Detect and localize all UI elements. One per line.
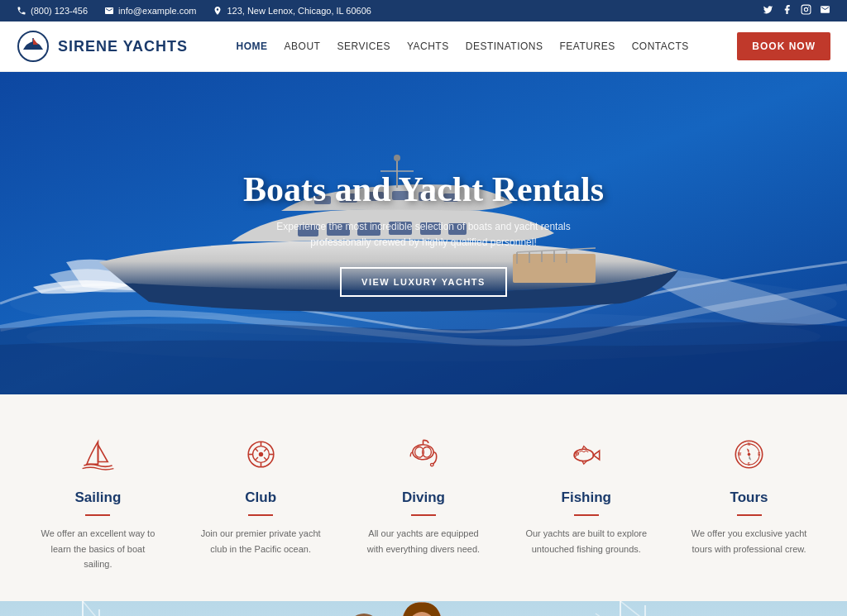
top-bar: (800) 123-456 info@example.com 123, New …: [0, 0, 847, 21]
svg-point-55: [748, 453, 751, 456]
tours-icon-container: N S E W: [726, 432, 772, 477]
top-bar-left: (800) 123-456 info@example.com 123, New …: [17, 6, 371, 16]
diving-divider: [411, 514, 436, 516]
fishing-divider: [574, 514, 599, 516]
main-nav: HOME ABOUT SERVICES YACHTS DESTINATIONS …: [237, 41, 689, 52]
svg-point-1: [804, 7, 807, 11]
tours-desc: We offer you exclusive yacht tours with …: [687, 526, 811, 556]
email-icon: [104, 6, 114, 16]
hero-section: Boats and Yacht Rentals Experience the m…: [0, 72, 847, 394]
twitter-link[interactable]: [763, 4, 773, 17]
svg-text:S: S: [748, 462, 750, 466]
svg-line-38: [264, 448, 267, 451]
sailing-divider: [85, 514, 110, 516]
tours-title: Tours: [680, 489, 818, 506]
bottom-background: [0, 601, 847, 616]
svg-point-45: [431, 463, 434, 466]
nav-features[interactable]: FEATURES: [560, 41, 615, 52]
service-diving: Diving All our yachts are equipped with …: [342, 432, 505, 556]
diving-desc: All our yachts are equipped with everyth…: [361, 526, 486, 556]
nav-contacts[interactable]: CONTACTS: [632, 41, 689, 52]
hero-content: Boats and Yacht Rentals Experience the m…: [227, 153, 620, 313]
club-title: Club: [192, 489, 330, 506]
facebook-icon: [782, 4, 792, 15]
address-item: 123, New Lenox, Chicago, IL 60606: [213, 6, 371, 16]
mail-icon: [820, 4, 830, 15]
nav-about[interactable]: ABOUT: [285, 41, 321, 52]
hero-title: Boats and Yacht Rentals: [243, 170, 604, 209]
svg-text:N: N: [748, 442, 750, 446]
fishing-icon-container: [563, 432, 609, 477]
svg-line-40: [264, 457, 267, 461]
nav-services[interactable]: SERVICES: [337, 41, 390, 52]
club-divider: [248, 514, 273, 516]
service-tours: N S E W Tours We offer you exclusive yac…: [668, 432, 830, 556]
social-links: [763, 4, 830, 17]
diving-title: Diving: [355, 489, 493, 506]
svg-text:W: W: [738, 452, 742, 456]
email-item: info@example.com: [104, 6, 196, 16]
sailing-desc: We offer an excellent way to learn the b…: [36, 526, 160, 572]
address-text: 123, New Lenox, Chicago, IL 60606: [227, 6, 371, 16]
bottom-section: [0, 601, 847, 616]
tours-icon: N S E W: [730, 436, 768, 473]
instagram-link[interactable]: [801, 4, 811, 17]
service-sailing: Sailing We offer an excellent way to lea…: [17, 432, 179, 572]
email-text: info@example.com: [118, 6, 196, 16]
svg-point-41: [413, 445, 433, 460]
club-desc: Join our premier private yacht club in t…: [199, 526, 323, 556]
fishing-title: Fishing: [517, 489, 655, 506]
svg-point-2: [808, 7, 809, 7]
phone-item: (800) 123-456: [17, 6, 88, 16]
nav-home[interactable]: HOME: [237, 41, 268, 52]
club-icon-container: [238, 432, 284, 477]
service-fishing: Fishing Our yachts are built to explore …: [505, 432, 668, 556]
diving-icon-container: [400, 432, 446, 477]
service-club: Club Join our premier private yacht club…: [179, 432, 342, 556]
club-icon: [242, 436, 280, 473]
hero-subtitle: Experience the most incredible selection…: [266, 219, 581, 251]
hero-cta-button[interactable]: VIEW LUXURY YACHTS: [340, 267, 507, 297]
svg-text:E: E: [758, 452, 760, 456]
svg-line-37: [255, 448, 258, 451]
tours-divider: [737, 514, 762, 516]
sailing-icon-container: [75, 432, 121, 477]
location-icon: [213, 6, 223, 16]
facebook-link[interactable]: [782, 4, 792, 17]
logo: SIRENE YACHTS: [17, 30, 188, 63]
sailing-icon: [79, 436, 117, 473]
logo-icon: [17, 30, 50, 63]
nav-destinations[interactable]: DESTINATIONS: [466, 41, 543, 52]
book-now-button[interactable]: BOOK NOW: [737, 32, 830, 60]
mail-link[interactable]: [820, 4, 830, 17]
svg-rect-0: [802, 5, 811, 14]
services-section: Sailing We offer an excellent way to lea…: [0, 394, 847, 601]
header: SIRENE YACHTS HOME ABOUT SERVICES YACHTS…: [0, 21, 847, 72]
phone-icon: [17, 6, 26, 16]
sailing-title: Sailing: [29, 489, 167, 506]
svg-point-36: [258, 452, 262, 456]
twitter-icon: [763, 4, 773, 15]
fishing-desc: Our yachts are built to explore untouche…: [524, 526, 648, 556]
svg-point-48: [577, 453, 577, 454]
instagram-icon: [801, 4, 811, 15]
fishing-icon: [567, 436, 605, 473]
diving-icon: [404, 436, 442, 473]
logo-text: SIRENE YACHTS: [58, 38, 188, 55]
phone-text: (800) 123-456: [31, 6, 88, 16]
svg-line-39: [255, 457, 258, 461]
nav-yachts[interactable]: YACHTS: [407, 41, 449, 52]
